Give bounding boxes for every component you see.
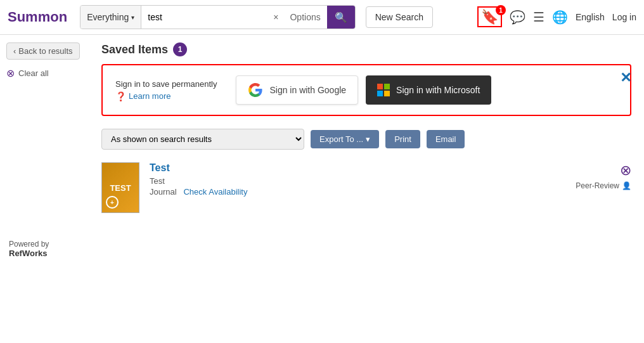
search-bar: Everything ▾ × Options 🔍 bbox=[80, 5, 356, 29]
search-category-label: Everything bbox=[87, 12, 129, 22]
book-cover-text: TEST bbox=[110, 183, 131, 193]
result-title[interactable]: Test bbox=[150, 162, 565, 174]
google-signin-button[interactable]: Sign in with Google bbox=[236, 75, 358, 105]
check-availability-link[interactable]: Check Availability bbox=[183, 187, 247, 197]
search-button[interactable]: 🔍 bbox=[327, 6, 355, 29]
remove-item-button[interactable]: ⊗ bbox=[620, 162, 631, 179]
search-input[interactable] bbox=[141, 12, 268, 22]
bookmark-button[interactable]: 🔖 1 bbox=[477, 9, 502, 25]
header: Summon Everything ▾ × Options 🔍 New Sear… bbox=[0, 0, 644, 35]
back-to-results-button[interactable]: ‹ Back to results bbox=[6, 42, 80, 60]
menu-icon[interactable]: ☰ bbox=[533, 10, 544, 25]
result-info: Test Test Journal Check Availability bbox=[150, 162, 565, 197]
microsoft-signin-button[interactable]: Sign in with Microsoft bbox=[366, 75, 491, 105]
language-button[interactable]: English bbox=[576, 12, 605, 22]
clear-all-icon: ⊗ bbox=[6, 67, 15, 79]
sidebar: ‹ Back to results ⊗ Clear all bbox=[0, 35, 89, 233]
export-label: Export To ... bbox=[319, 134, 363, 144]
signin-text-block: Sign in to save permanently ❓ Learn more bbox=[115, 79, 217, 101]
signin-box: Sign in to save permanently ❓ Learn more bbox=[101, 64, 631, 116]
book-cover-image: TEST + bbox=[101, 162, 139, 213]
signin-text: Sign in to save permanently bbox=[115, 79, 217, 89]
help-icon: ❓ bbox=[115, 91, 126, 101]
search-icon: 🔍 bbox=[335, 12, 347, 23]
chevron-down-icon: ▾ bbox=[131, 14, 134, 21]
main-content: ‹ Back to results ⊗ Clear all Saved Item… bbox=[0, 35, 644, 233]
content-area: Saved Items 1 Sign in to save permanentl… bbox=[89, 35, 644, 233]
result-item: TEST + Test Test Journal Check Availabil… bbox=[101, 162, 631, 213]
chevron-left-icon: ‹ bbox=[13, 46, 16, 56]
header-icons: 🔖 1 💬 ☰ 🌐 English Log in bbox=[477, 9, 636, 25]
peer-review-badge: Peer-Review 👤 bbox=[576, 181, 631, 190]
chevron-down-icon: ▾ bbox=[366, 134, 370, 144]
language-label: English bbox=[576, 12, 605, 22]
microsoft-logo-icon bbox=[377, 84, 390, 96]
print-button[interactable]: Print bbox=[385, 130, 420, 148]
search-clear-icon[interactable]: × bbox=[268, 12, 283, 22]
google-logo-icon bbox=[248, 82, 263, 98]
clear-all-button[interactable]: ⊗ Clear all bbox=[6, 67, 82, 79]
saved-items-count: 1 bbox=[173, 42, 187, 56]
result-type: Journal Check Availability bbox=[150, 187, 565, 197]
microsoft-signin-label: Sign in with Microsoft bbox=[396, 85, 480, 95]
result-type-label: Journal bbox=[150, 187, 177, 197]
format-select[interactable]: As shown on search results bbox=[101, 129, 304, 150]
peer-review-icon: 👤 bbox=[622, 181, 631, 190]
book-cover-accent: + bbox=[106, 196, 119, 209]
login-button[interactable]: Log in bbox=[612, 12, 636, 22]
chat-icon[interactable]: 💬 bbox=[510, 10, 525, 25]
signin-buttons: Sign in with Google Sign in with Microso… bbox=[236, 75, 491, 105]
close-button[interactable]: ✕ bbox=[620, 70, 631, 86]
result-actions: ⊗ Peer-Review 👤 bbox=[576, 162, 631, 190]
back-to-results-label: Back to results bbox=[18, 46, 72, 56]
powered-by-label: Powered by bbox=[9, 240, 49, 249]
saved-items-title: Saved Items bbox=[101, 43, 168, 56]
logo: Summon bbox=[8, 9, 67, 25]
email-button[interactable]: Email bbox=[427, 130, 465, 148]
bookmark-badge: 1 bbox=[496, 5, 506, 15]
new-search-button[interactable]: New Search bbox=[366, 6, 433, 28]
export-button[interactable]: Export To ... ▾ bbox=[311, 130, 379, 148]
learn-more-label: Learn more bbox=[129, 91, 171, 101]
learn-more-link[interactable]: ❓ Learn more bbox=[115, 91, 217, 101]
search-options-label[interactable]: Options bbox=[283, 12, 326, 22]
peer-review-label: Peer-Review bbox=[576, 181, 619, 190]
export-row: As shown on search results Export To ...… bbox=[101, 129, 631, 150]
saved-items-header: Saved Items 1 bbox=[101, 42, 631, 56]
google-signin-label: Sign in with Google bbox=[269, 85, 346, 95]
footer: Powered by RefWorks bbox=[0, 233, 644, 264]
globe-icon[interactable]: 🌐 bbox=[552, 10, 568, 25]
result-author: Test bbox=[150, 176, 565, 186]
refworks-brand: RefWorks bbox=[9, 249, 47, 258]
search-category-dropdown[interactable]: Everything ▾ bbox=[80, 6, 141, 29]
clear-all-label: Clear all bbox=[18, 68, 49, 78]
